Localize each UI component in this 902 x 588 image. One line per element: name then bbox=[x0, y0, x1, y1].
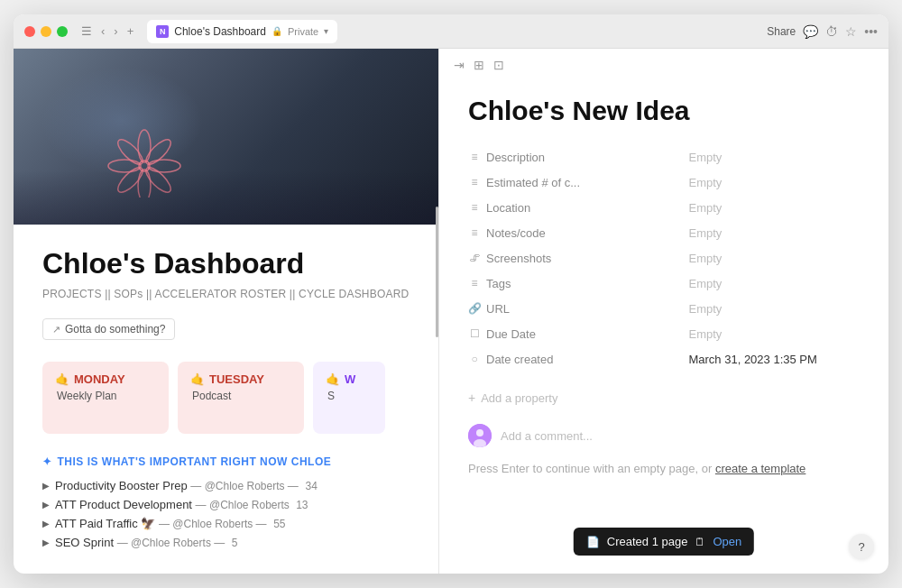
prop-value: Empty bbox=[681, 277, 722, 290]
property-row-location[interactable]: ≡ Location Empty bbox=[468, 195, 860, 220]
tab-favicon: N bbox=[156, 25, 169, 38]
prop-value-date: March 31, 2023 1:35 PM bbox=[681, 353, 816, 366]
monday-sub: Weekly Plan bbox=[55, 390, 156, 402]
description-icon: ≡ bbox=[468, 151, 481, 163]
property-row-due-date[interactable]: ☐ Due Date Empty bbox=[468, 321, 860, 346]
forward-icon[interactable]: › bbox=[111, 23, 120, 40]
create-template-link[interactable]: create a template bbox=[715, 462, 805, 475]
prop-value: Empty bbox=[681, 151, 722, 164]
avatar bbox=[468, 424, 492, 447]
property-row-url[interactable]: 🔗 URL Empty bbox=[468, 296, 860, 321]
sparkle-icon: ✦ bbox=[42, 455, 52, 468]
prop-label: 🔗 URL bbox=[468, 302, 630, 316]
comment-input[interactable]: Add a comment... bbox=[501, 429, 593, 443]
more-icon[interactable]: ••• bbox=[864, 24, 878, 39]
prop-value: Empty bbox=[681, 201, 722, 215]
toast-notification: 📄 Created 1 page 🗒 Open bbox=[574, 528, 754, 556]
important-header-text: THIS IS WHAT'S IMPORTANT RIGHT NOW CHLOE bbox=[58, 455, 332, 468]
toast-open-button[interactable]: Open bbox=[713, 535, 741, 548]
page-title: Chloe's Dashboard bbox=[42, 246, 410, 280]
property-row-tags[interactable]: ≡ Tags Empty bbox=[468, 271, 860, 296]
hero-image bbox=[14, 49, 438, 225]
help-button[interactable]: ? bbox=[849, 534, 874, 559]
calendar-icon: ☐ bbox=[468, 327, 481, 340]
right-panel: ⇥ ⊞ ⊡ Chloe's New Idea ≡ Description bbox=[439, 49, 888, 574]
task-text: ATT Paid Traffic 🦅 — @Chloe Roberts — 55 bbox=[55, 517, 410, 530]
comment-icon[interactable]: 💬 bbox=[803, 24, 818, 39]
browser-tab[interactable]: N Chloe's Dashboard 🔒 Private ▾ bbox=[147, 20, 337, 43]
list-item: ▶ ATT Paid Traffic 🦅 — @Chloe Roberts — … bbox=[42, 517, 410, 530]
task-text: Productivity Booster Prep — @Chloe Rober… bbox=[55, 479, 410, 492]
format-icon[interactable]: ⊞ bbox=[474, 58, 484, 72]
page-subtitle: PROJECTS || SOPs || ACCELERATOR ROSTER |… bbox=[42, 288, 410, 300]
right-content: Chloe's New Idea ≡ Description Empty bbox=[468, 70, 860, 475]
link-icon: 🔗 bbox=[468, 302, 481, 315]
add-property-label: Add a property bbox=[481, 391, 557, 405]
prop-label: ☐ Due Date bbox=[468, 327, 630, 341]
share-button[interactable]: Share bbox=[767, 25, 796, 38]
tab-dropdown-icon[interactable]: ▾ bbox=[324, 26, 328, 36]
back-icon[interactable]: ‹ bbox=[98, 23, 107, 40]
gotta-btn-label: Gotta do something? bbox=[65, 323, 165, 335]
task-arrow-icon: ▶ bbox=[42, 481, 50, 491]
prop-value: Empty bbox=[681, 252, 722, 265]
close-button[interactable] bbox=[24, 26, 35, 37]
prop-value: Empty bbox=[681, 226, 722, 240]
left-content: Chloe's Dashboard PROJECTS || SOPs || AC… bbox=[14, 225, 438, 571]
toast-file-icon: 🗒 bbox=[695, 536, 705, 548]
browser-window: ☰ ‹ › + N Chloe's Dashboard 🔒 Private ▾ … bbox=[14, 14, 888, 574]
svg-point-4 bbox=[138, 170, 151, 198]
title-bar-actions: Share 💬 ⏱ ☆ ••• bbox=[767, 24, 878, 39]
svg-point-3 bbox=[143, 164, 174, 196]
property-row-description[interactable]: ≡ Description Empty bbox=[468, 144, 860, 170]
w-card[interactable]: 🤙 W S bbox=[313, 362, 385, 434]
prop-label: ≡ Notes/code bbox=[468, 226, 630, 240]
right-panel-topbar: ⇥ ⊞ ⊡ bbox=[454, 58, 874, 72]
list-item: ▶ ATT Product Development — @Chloe Rober… bbox=[42, 498, 410, 511]
day-cards-row: 🤙 MONDAY Weekly Plan 🤙 TUESDAY Podcast bbox=[42, 362, 410, 434]
sidebar-toggle-icon[interactable]: ☰ bbox=[78, 23, 95, 40]
tags-icon: ≡ bbox=[468, 277, 481, 289]
timer-icon[interactable]: ⏱ bbox=[825, 24, 838, 39]
monday-emoji: 🤙 bbox=[55, 372, 69, 386]
scroll-thumb[interactable] bbox=[436, 207, 438, 338]
flower-decoration bbox=[104, 116, 185, 198]
prop-value: Empty bbox=[681, 327, 722, 341]
star-icon[interactable]: ☆ bbox=[845, 24, 857, 39]
gotta-button[interactable]: ↗ Gotta do something? bbox=[42, 318, 175, 340]
w-sub: S bbox=[326, 390, 373, 402]
tuesday-emoji: 🤙 bbox=[190, 372, 205, 386]
property-row-estimated[interactable]: ≡ Estimated # of c... Empty bbox=[468, 170, 860, 195]
list-item: ▶ Productivity Booster Prep — @Chloe Rob… bbox=[42, 479, 410, 492]
paperclip-icon: 🖇 bbox=[468, 252, 481, 264]
new-tab-icon[interactable]: + bbox=[124, 23, 137, 40]
lock-icon: 🔒 bbox=[272, 26, 282, 36]
idea-title: Chloe's New Idea bbox=[468, 96, 860, 126]
prop-label: ≡ Description bbox=[468, 151, 630, 164]
expand-icon[interactable]: ⇥ bbox=[454, 58, 465, 72]
prop-label: ○ Date created bbox=[468, 353, 630, 366]
minimize-button[interactable] bbox=[41, 26, 51, 37]
tab-title: Chloe's Dashboard bbox=[174, 25, 266, 38]
monday-card-header: 🤙 MONDAY bbox=[55, 372, 156, 386]
layout-icon[interactable]: ⊡ bbox=[493, 58, 504, 72]
task-text: SEO Sprint — @Chloe Roberts — 5 bbox=[55, 536, 410, 549]
notes-icon: ≡ bbox=[468, 226, 481, 239]
svg-point-0 bbox=[138, 130, 151, 162]
page-icon: 📄 bbox=[586, 536, 600, 548]
w-emoji: 🤙 bbox=[326, 372, 340, 386]
property-row-date-created[interactable]: ○ Date created March 31, 2023 1:35 PM bbox=[468, 346, 860, 372]
tuesday-card[interactable]: 🤙 TUESDAY Podcast bbox=[178, 362, 304, 434]
add-property-row[interactable]: + Add a property bbox=[468, 386, 860, 409]
svg-point-6 bbox=[108, 160, 141, 172]
property-row-screenshots[interactable]: 🖇 Screenshots Empty bbox=[468, 245, 860, 271]
w-label: W bbox=[345, 372, 355, 386]
property-row-notes[interactable]: ≡ Notes/code Empty bbox=[468, 220, 860, 245]
prop-value: Empty bbox=[681, 302, 722, 316]
fullscreen-button[interactable] bbox=[57, 26, 68, 37]
prop-label: ≡ Estimated # of c... bbox=[468, 176, 630, 189]
prop-label: ≡ Tags bbox=[468, 277, 630, 290]
svg-point-7 bbox=[115, 136, 146, 168]
monday-card[interactable]: 🤙 MONDAY Weekly Plan bbox=[42, 362, 169, 434]
left-panel: Chloe's Dashboard PROJECTS || SOPs || AC… bbox=[14, 49, 439, 574]
